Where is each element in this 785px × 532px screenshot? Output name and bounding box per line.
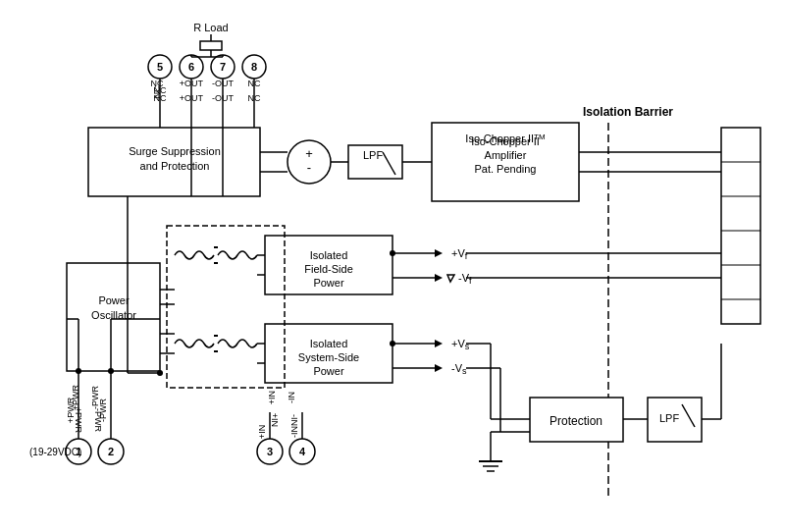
svg-text:+IN: +IN <box>270 413 280 427</box>
r-load-label: R Load <box>193 22 228 33</box>
svg-text:Surge Suppression: Surge Suppression <box>129 145 221 157</box>
svg-text:-OUT: -OUT <box>212 93 234 103</box>
svg-text:NC: NC <box>151 79 164 88</box>
svg-text:8: 8 <box>251 61 257 73</box>
svg-text:Power: Power <box>313 277 344 289</box>
svg-text:-IN: -IN <box>289 426 299 438</box>
svg-text:and Protection: and Protection <box>140 160 210 172</box>
svg-text:System-Side: System-Side <box>298 351 359 363</box>
svg-text:Isolation Barrier: Isolation Barrier <box>583 105 673 119</box>
svg-text:6: 6 <box>188 61 194 73</box>
svg-text:+IN: +IN <box>257 425 267 439</box>
svg-text:Iso-Chopper IITM: Iso-Chopper IITM <box>465 133 546 144</box>
svg-text:3: 3 <box>267 446 273 457</box>
svg-text:-IN: -IN <box>289 414 299 426</box>
svg-point-156 <box>157 370 163 376</box>
svg-text:Isolated: Isolated <box>310 338 348 349</box>
svg-text:Pat. Pending: Pat. Pending <box>475 163 537 175</box>
svg-text:5: 5 <box>157 61 163 73</box>
svg-text:Isolated: Isolated <box>310 249 348 261</box>
svg-text:Protection: Protection <box>550 414 602 428</box>
svg-text:-: - <box>307 160 311 175</box>
svg-text:+OUT: +OUT <box>180 93 204 103</box>
svg-text:Power: Power <box>98 294 130 306</box>
svg-text:+PWR: +PWR <box>66 397 76 423</box>
svg-text:Amplifier: Amplifier <box>485 149 527 161</box>
svg-text:NC: NC <box>248 93 261 103</box>
svg-text:+: + <box>305 146 313 161</box>
svg-text:LPF: LPF <box>659 412 679 424</box>
svg-text:2: 2 <box>108 446 114 457</box>
svg-text:7: 7 <box>220 61 226 73</box>
svg-text:NC: NC <box>154 93 167 103</box>
svg-text:+IN: +IN <box>267 391 277 404</box>
svg-text:-IN: -IN <box>287 392 296 403</box>
svg-text:Power: Power <box>313 365 344 377</box>
svg-text:4: 4 <box>299 446 306 457</box>
svg-point-83 <box>390 341 395 346</box>
svg-text:(19-29VDC): (19-29VDC) <box>29 447 81 457</box>
svg-text:Field-Side: Field-Side <box>304 263 353 275</box>
svg-text:-PWR: -PWR <box>98 399 108 422</box>
svg-point-75 <box>390 250 395 256</box>
svg-text:LPF: LPF <box>363 149 383 161</box>
svg-rect-49 <box>721 128 760 324</box>
block-diagram: R Load 5 6 7 8 NC NC +OUT -OUT NC NC Sur… <box>0 0 785 532</box>
